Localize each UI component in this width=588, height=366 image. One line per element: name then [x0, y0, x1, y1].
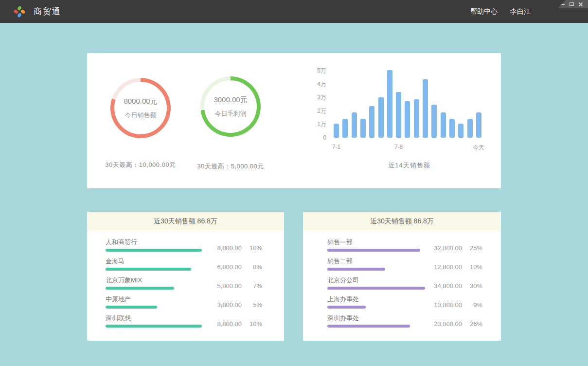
user-name-link[interactable]: 李白江 — [510, 7, 531, 16]
rank-item-values: 3,800.005% — [208, 301, 262, 309]
help-center-link[interactable]: 帮助中心 — [470, 7, 498, 16]
window-controls — [558, 0, 588, 8]
customer-ranking-card: 近30天销售额 86.8万 人和商贸行8,800.0010%金海马6,800.0… — [87, 212, 284, 341]
daily-sales-bar — [387, 70, 392, 138]
daily-sales-bar — [476, 112, 481, 138]
rank-item-values: 6,800.008% — [208, 263, 262, 271]
today-sales-ring: 8000.00元 今日销售额 — [110, 78, 171, 138]
close-button[interactable] — [579, 2, 583, 6]
ranking-row: 近30天销售额 86.8万 人和商贸行8,800.0010%金海马6,800.0… — [87, 212, 501, 341]
rank-item-values: 12,800.0010% — [428, 263, 482, 271]
department-ranking-title: 近30天销售额 86.8万 — [303, 212, 501, 230]
rank-row: 金海马6,800.008% — [106, 258, 262, 271]
rank-item-values: 5,800.007% — [208, 282, 262, 290]
department-ranking-card: 近30天销售额 86.8万 销售一部32,800.0025%销售二部12,800… — [303, 212, 501, 341]
daily-sales-chart: 01万2万3万4万5万 7-17-8今天 近14天销售额 — [311, 71, 501, 183]
rank-item-percent: 25% — [462, 244, 482, 252]
daily-sales-bar — [342, 119, 348, 138]
daily-sales-chart-title: 近14天销售额 — [334, 161, 485, 170]
maximize-button[interactable] — [570, 2, 574, 6]
rank-item-percent: 30% — [462, 282, 482, 290]
y-axis-tick-label: 3万 — [311, 94, 326, 101]
rank-item-amount: 5,800.00 — [208, 282, 242, 290]
rank-item-bar — [106, 268, 191, 271]
rank-row: 深圳联想8,800.0010% — [106, 315, 262, 328]
x-axis-tick-label: 7-8 — [384, 144, 413, 150]
today-sales-value: 8000.00元 — [124, 97, 157, 106]
rank-item-amount: 10,800.00 — [428, 301, 462, 309]
rank-item-amount: 3,800.00 — [208, 301, 242, 309]
rank-item-percent: 8% — [242, 263, 262, 271]
app-window: 商贸通 帮助中心 李白江 8000.00元 今日销售额 30天最高：10,000… — [0, 0, 588, 341]
rank-item-values: 8,800.0010% — [208, 320, 262, 328]
daily-sales-bar — [431, 105, 437, 138]
x-axis-tick-label: 今天 — [464, 144, 493, 152]
rank-item-amount: 12,800.00 — [428, 263, 462, 271]
rank-item-amount: 32,800.00 — [428, 244, 462, 252]
customer-ranking-title: 近30天销售额 86.8万 — [87, 212, 284, 230]
rank-item-percent: 5% — [242, 301, 262, 309]
rank-item-bar — [106, 249, 202, 252]
rank-row: 深圳办事处23,800.0026% — [327, 315, 482, 328]
today-profit-label: 今日毛利润 — [215, 110, 247, 118]
rank-item-bar — [327, 287, 425, 290]
today-profit-ring: 3000.00元 今日毛利润 — [200, 76, 261, 137]
daily-sales-bar — [378, 97, 384, 138]
rank-row: 销售二部12,800.0010% — [327, 258, 482, 271]
daily-sales-bar — [352, 112, 357, 138]
daily-bar-plot — [334, 71, 485, 138]
rank-item-bar — [106, 306, 157, 309]
rank-item-amount: 23,800.00 — [428, 320, 462, 328]
rank-item-percent: 9% — [462, 301, 482, 309]
app-logo-pinwheel-icon — [13, 5, 26, 18]
rank-item-bar — [327, 249, 420, 252]
department-ranking-list: 销售一部32,800.0025%销售二部12,800.0010%北京分公司34,… — [303, 230, 501, 328]
daily-sales-bar — [414, 99, 419, 138]
rank-item-values: 34,800.0030% — [428, 282, 482, 290]
rank-item-bar — [327, 268, 385, 271]
rank-item-values: 23,800.0026% — [428, 320, 482, 328]
rank-row: 销售一部32,800.0025% — [327, 239, 482, 252]
titlebar-menu: 帮助中心 李白江 — [470, 7, 588, 16]
y-axis-tick-label: 2万 — [311, 108, 326, 114]
customer-ranking-list: 人和商贸行8,800.0010%金海马6,800.008%北京万象MIX5,80… — [87, 230, 284, 328]
daily-sales-bar — [369, 106, 374, 138]
today-profit-gauge: 3000.00元 今日毛利润 30天最高：5,000.00元 — [192, 53, 269, 137]
rank-item-bar — [327, 306, 366, 309]
rank-item-percent: 10% — [242, 244, 262, 252]
rank-row: 中原地产3,800.005% — [106, 296, 262, 309]
rank-row: 人和商贸行8,800.0010% — [106, 239, 262, 252]
daily-sales-bar — [360, 119, 366, 138]
rank-item-values: 8,800.0010% — [208, 244, 262, 252]
rank-row: 北京万象MIX5,800.007% — [106, 277, 262, 290]
rank-item-amount: 8,800.00 — [208, 320, 242, 328]
overview-card: 8000.00元 今日销售额 30天最高：10,000.00元 3000.00元… — [87, 53, 501, 188]
daily-sales-bar — [441, 112, 446, 138]
x-axis-tick-label: 7-1 — [322, 144, 351, 150]
daily-sales-bar — [396, 92, 401, 138]
rank-item-amount: 6,800.00 — [208, 263, 242, 271]
rank-item-percent: 10% — [462, 263, 482, 271]
rank-item-values: 32,800.0025% — [428, 244, 482, 252]
rank-row: 北京分公司34,800.0030% — [327, 277, 482, 290]
today-sales-label: 今日销售额 — [125, 111, 157, 120]
daily-sales-bar — [405, 101, 410, 138]
rank-item-percent: 10% — [242, 320, 262, 328]
titlebar: 商贸通 帮助中心 李白江 — [0, 0, 588, 23]
today-profit-30day-max: 30天最高：5,000.00元 — [172, 162, 289, 171]
rank-row: 上海办事处10,800.009% — [327, 296, 482, 309]
daily-sales-bar — [467, 119, 473, 138]
daily-sales-bar — [449, 119, 455, 138]
daily-sales-bar — [334, 124, 339, 138]
daily-sales-bar — [423, 79, 428, 138]
y-axis-tick-label: 0 — [311, 134, 326, 141]
rank-item-bar — [106, 287, 174, 290]
minimize-button[interactable] — [560, 4, 565, 5]
today-sales-gauge: 8000.00元 今日销售额 30天最高：10,000.00元 — [102, 53, 179, 138]
rank-item-bar — [327, 325, 410, 328]
y-axis-tick-label: 1万 — [311, 121, 326, 128]
today-profit-value: 3000.00元 — [214, 95, 247, 105]
y-axis-tick-label: 4万 — [311, 81, 326, 88]
daily-sales-bar — [458, 124, 463, 138]
rank-item-percent: 7% — [242, 282, 262, 290]
